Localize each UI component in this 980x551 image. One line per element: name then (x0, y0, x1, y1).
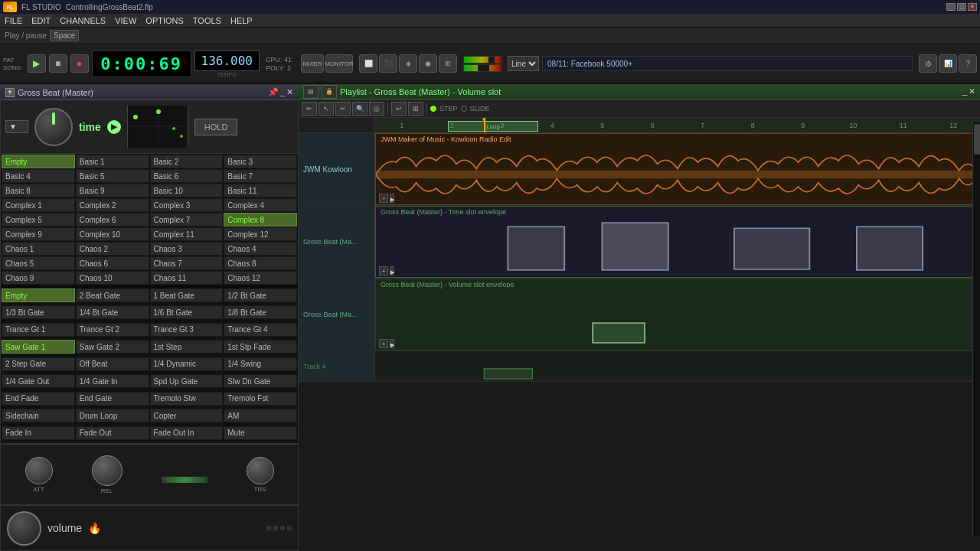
vol-env-handle[interactable]: ▸ (390, 339, 394, 348)
time-env-handle[interactable]: ▸ (390, 266, 394, 276)
time-preset-complex-5[interactable]: Complex 5 (2, 213, 75, 227)
vol-preset-end-gate[interactable]: End Gate (76, 392, 149, 406)
vol-preset-1/4-dynamic[interactable]: 1/4 Dynamic (150, 357, 224, 371)
time-env-add[interactable]: + (379, 266, 388, 276)
time-preset-chaos-9[interactable]: Chaos 9 (2, 271, 75, 285)
track-content-time-env[interactable]: Gross Beat (Master) - Time slot envelope (375, 206, 980, 278)
vol-preset-off-beat[interactable]: Off Beat (76, 357, 149, 371)
time-preset-chaos-6[interactable]: Chaos 6 (76, 256, 149, 270)
vol-preset-saw-gate-1[interactable]: Saw Gate 1 (2, 340, 75, 354)
att-knob[interactable] (25, 457, 53, 484)
close-btn[interactable]: ✕ (968, 3, 977, 11)
vol-preset-1/4-swing[interactable]: 1/4 Swing (224, 357, 297, 371)
vol-preset-mute[interactable]: Mute (224, 426, 297, 440)
menu-help[interactable]: HELP (230, 16, 253, 25)
tool-select[interactable]: ↖ (318, 102, 334, 116)
vol-preset-saw-gate-2[interactable]: Saw Gate 2 (76, 340, 149, 354)
step-radio[interactable] (430, 106, 436, 112)
track-content-4[interactable] (375, 351, 980, 381)
menu-edit[interactable]: EDIT (31, 16, 51, 25)
time-preset-chaos-2[interactable]: Chaos 2 (76, 242, 149, 256)
tempo-display[interactable]: 136.000 (194, 51, 260, 71)
time-preset-complex-2[interactable]: Complex 2 (76, 198, 149, 212)
tool-loop[interactable]: ↩ (391, 102, 407, 116)
minimize-btn[interactable]: _ (946, 3, 956, 11)
time-preset-basic-7[interactable]: Basic 7 (224, 169, 297, 183)
playlist-scrollbar-v[interactable] (972, 122, 980, 536)
time-preset-basic-3[interactable]: Basic 3 (224, 155, 297, 168)
gb-min-btn[interactable]: _ (280, 87, 285, 97)
vol-preset-2-step-gate[interactable]: 2 Step Gate (2, 357, 75, 371)
time-preset-complex-4[interactable]: Complex 4 (224, 198, 297, 212)
pl-win-btns[interactable]: _ ✕ (962, 86, 975, 96)
vol-preset-empty[interactable]: Empty (2, 289, 75, 302)
tool2-btn[interactable]: ⬛ (379, 54, 397, 73)
window-controls[interactable]: _ □ ✕ (946, 3, 977, 11)
gb-mode-dropdown[interactable]: ▼ (5, 120, 28, 133)
vol-preset-fade-in[interactable]: Fade In (2, 426, 75, 440)
time-preset-basic-5[interactable]: Basic 5 (76, 169, 149, 183)
vol-preset-1/4-bt-gate[interactable]: 1/4 Bt Gate (76, 305, 149, 319)
vol-preset-slw-dn-gate[interactable]: Slw Dn Gate (224, 374, 297, 388)
time-preset-chaos-11[interactable]: Chaos 11 (150, 271, 224, 285)
line-dropdown[interactable]: Line (508, 56, 539, 71)
vol-preset-trance-gt-4[interactable]: Trance Gt 4 (224, 323, 297, 337)
time-preset-chaos-5[interactable]: Chaos 5 (2, 256, 75, 270)
clip-kowloon[interactable]: JWM Maker of Music - Kowloon Radio Edit … (375, 133, 980, 205)
vol-preset-tremolo-slw[interactable]: Tremolo Slw (150, 392, 224, 406)
time-preset-basic-9[interactable]: Basic 9 (76, 184, 149, 197)
time-preset-complex-9[interactable]: Complex 9 (2, 227, 75, 241)
menu-channels[interactable]: CHANNELS (60, 16, 106, 25)
tool5-btn[interactable]: ⊞ (439, 54, 457, 73)
rel-knob[interactable] (92, 455, 122, 486)
time-preset-complex-7[interactable]: Complex 7 (150, 213, 224, 227)
vol-preset-1-beat-gate[interactable]: 1 Beat Gate (150, 289, 224, 302)
menu-view[interactable]: VIEW (115, 16, 136, 25)
time-preset-basic-2[interactable]: Basic 2 (150, 155, 224, 168)
menu-tools[interactable]: TOOLS (193, 16, 221, 25)
vol-preset-sidechain[interactable]: Sidechain (2, 409, 75, 422)
tool-pencil[interactable]: ✏ (302, 102, 317, 116)
vol-preset-trance-gt-1[interactable]: Trance Gt 1 (2, 323, 75, 337)
time-preset-complex-11[interactable]: Complex 11 (150, 227, 224, 241)
record-btn[interactable]: ● (70, 54, 89, 73)
tool-snap[interactable]: ⊞ (408, 102, 423, 116)
track-content-vol-env[interactable]: Gross Beat (Master) - Volume slot envelo… (375, 279, 980, 350)
help-btn[interactable]: ? (959, 54, 977, 73)
clip-vol-env[interactable]: Gross Beat (Master) - Volume slot envelo… (375, 279, 980, 350)
gb-hold-btn[interactable]: HOLD (194, 119, 238, 135)
time-preset-basic-6[interactable]: Basic 6 (150, 169, 224, 183)
clip-time-env[interactable]: Gross Beat (Master) - Time slot envelope (375, 206, 980, 278)
gb-close-btn[interactable]: ✕ (286, 87, 293, 97)
cpu-btn[interactable]: 📊 (939, 54, 957, 73)
time-preset-chaos-8[interactable]: Chaos 8 (224, 256, 297, 270)
tool-zoom[interactable]: 🔍 (352, 102, 368, 116)
handle-icon[interactable]: ▸ (390, 194, 394, 203)
vol-preset-1st-step[interactable]: 1st Step (150, 340, 224, 354)
time-preset-complex-6[interactable]: Complex 6 (76, 213, 149, 227)
pl-menu-btn[interactable]: ▤ (303, 85, 318, 99)
vol-preset-trance-gt-3[interactable]: Trance Gt 3 (150, 323, 224, 337)
vol-preset-1/8-bt-gate[interactable]: 1/8 Bt Gate (224, 305, 297, 319)
vol-preset-1/4-gate-out[interactable]: 1/4 Gate Out (2, 374, 75, 388)
play-btn[interactable]: ▶ (28, 54, 46, 73)
vol-preset-2-beat-gate[interactable]: 2 Beat Gate (76, 289, 149, 302)
tool1-btn[interactable]: ⬜ (359, 54, 377, 73)
stop-btn[interactable]: ■ (49, 54, 67, 73)
gb-pin-btn[interactable]: 📌 (268, 87, 279, 97)
vol-env-add[interactable]: + (379, 339, 388, 348)
tool4-btn[interactable]: ◉ (419, 54, 437, 73)
time-preset-basic-4[interactable]: Basic 4 (2, 169, 75, 183)
vol-preset-1/2-bt-gate[interactable]: 1/2 Bt Gate (224, 289, 297, 302)
vol-preset-tremolo-fst[interactable]: Tremolo Fst (224, 392, 297, 406)
add-icon[interactable]: + (379, 194, 388, 203)
vol-preset-1/4-gate-in[interactable]: 1/4 Gate In (76, 374, 149, 388)
vol-preset-fade-out[interactable]: Fade Out (76, 426, 149, 440)
pl-min-btn[interactable]: _ (962, 86, 967, 96)
vol-preset-am[interactable]: AM (224, 409, 297, 422)
time-preset-complex-10[interactable]: Complex 10 (76, 227, 149, 241)
tool-delete[interactable]: ✂ (335, 102, 351, 116)
tool-mute[interactable]: ◎ (369, 102, 384, 116)
vol-preset-end-fade[interactable]: End Fade (2, 392, 75, 406)
time-preset-chaos-4[interactable]: Chaos 4 (224, 242, 297, 256)
